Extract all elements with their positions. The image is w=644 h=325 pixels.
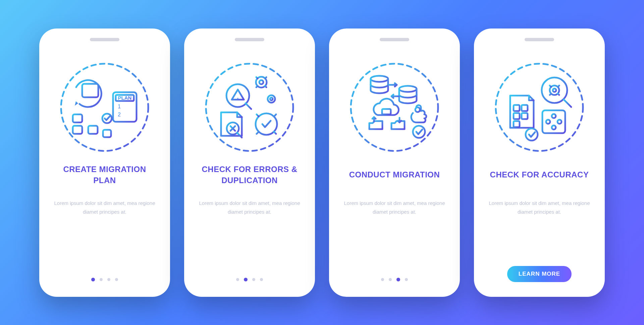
onboarding-screen-3: CONDUCT MIGRATION Lorem ipsum dolor sit …	[329, 29, 460, 297]
page-dot[interactable]	[389, 278, 392, 281]
svg-text:2: 2	[118, 112, 121, 117]
svg-line-32	[256, 77, 258, 78]
svg-line-72	[558, 94, 559, 95]
page-dot[interactable]	[244, 278, 248, 281]
page-dot[interactable]	[91, 278, 95, 281]
onboarding-body: Lorem ipsum dolor sit dim amet, mea regi…	[341, 199, 448, 239]
page-dot[interactable]	[396, 278, 400, 281]
svg-rect-20	[103, 130, 111, 137]
svg-line-53	[257, 132, 259, 134]
page-dot[interactable]	[100, 278, 103, 281]
onboarding-body: Lorem ipsum dolor sit dim amet, mea regi…	[486, 199, 593, 239]
page-dot[interactable]	[381, 278, 384, 281]
phone-notch	[235, 38, 264, 41]
page-dot[interactable]	[107, 278, 110, 281]
svg-point-87	[526, 128, 538, 141]
svg-point-66	[553, 89, 556, 92]
svg-rect-16	[88, 126, 98, 134]
phone-notch	[525, 38, 554, 41]
onboarding-screen-2: CHECK FOR ERRORS & DUPLICATION Lorem ips…	[184, 29, 315, 297]
page-dots	[91, 278, 118, 281]
conduct-icon	[346, 59, 443, 156]
plan-icon: PLAN 1 2	[56, 59, 153, 156]
svg-rect-13	[73, 114, 82, 122]
phone-notch	[90, 38, 119, 41]
onboarding-screen-4: CHECK FOR ACCURACY Lorem ipsum dolor sit…	[474, 29, 605, 297]
svg-line-54	[274, 114, 276, 116]
svg-text:1: 1	[118, 104, 121, 109]
onboarding-title: CHECK FOR ERRORS & DUPLICATION	[196, 163, 303, 187]
svg-line-64	[564, 100, 571, 107]
svg-text:PLAN: PLAN	[118, 95, 132, 101]
svg-point-37	[270, 98, 273, 100]
svg-point-55	[351, 64, 438, 151]
svg-rect-77	[514, 113, 520, 119]
svg-line-74	[558, 86, 559, 87]
svg-line-51	[257, 114, 259, 116]
page-dot[interactable]	[115, 278, 118, 281]
svg-rect-12	[73, 126, 82, 134]
onboarding-title: CREATE MIGRATION PLAN	[51, 163, 158, 187]
svg-point-25	[237, 98, 238, 99]
svg-line-35	[265, 77, 266, 78]
svg-point-57	[399, 86, 417, 92]
page-dots	[236, 278, 263, 281]
onboarding-title: CHECK FOR ACCURACY	[487, 163, 592, 187]
svg-point-61	[413, 126, 425, 138]
learn-more-button[interactable]: LEARN MORE	[507, 266, 572, 282]
accuracy-icon	[491, 59, 588, 156]
svg-line-33	[265, 86, 266, 87]
errors-icon	[201, 59, 298, 156]
svg-rect-78	[522, 113, 528, 119]
page-dots	[381, 278, 408, 281]
svg-point-62	[496, 64, 583, 151]
svg-line-71	[550, 86, 551, 87]
svg-line-34	[256, 86, 258, 87]
svg-line-52	[274, 132, 276, 134]
svg-point-56	[371, 76, 388, 82]
onboarding-screen-1: PLAN 1 2 CREATE MIGRATION PLAN Lorem ips…	[39, 29, 170, 297]
svg-rect-75	[514, 105, 520, 111]
onboarding-body: Lorem ipsum dolor sit dim amet, mea regi…	[51, 199, 158, 239]
svg-point-60	[415, 107, 420, 112]
page-dot[interactable]	[405, 278, 408, 281]
page-dot[interactable]	[260, 278, 263, 281]
onboarding-title: CONDUCT MIGRATION	[346, 163, 443, 187]
phone-notch	[380, 38, 409, 41]
svg-rect-79	[514, 121, 520, 127]
svg-point-36	[268, 95, 275, 103]
page-dot[interactable]	[236, 278, 239, 281]
onboarding-body: Lorem ipsum dolor sit dim amet, mea regi…	[196, 199, 303, 239]
svg-line-23	[246, 103, 251, 109]
svg-line-73	[550, 94, 551, 95]
page-dot[interactable]	[252, 278, 255, 281]
svg-point-27	[259, 80, 263, 84]
svg-rect-76	[522, 105, 528, 111]
